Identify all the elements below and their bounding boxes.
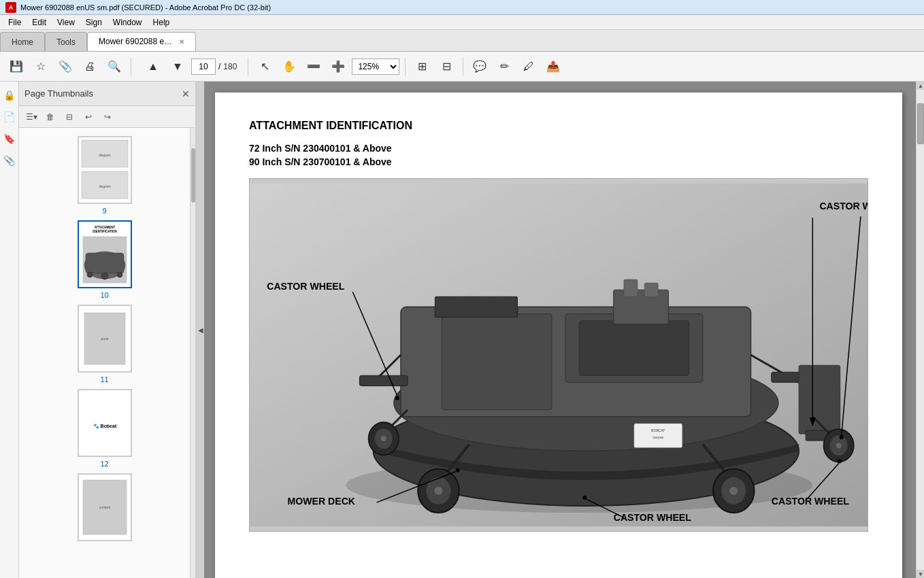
thumb-frame-11: parts [78, 305, 132, 373]
svg-rect-32 [644, 283, 658, 296]
share-button[interactable]: 📤 [542, 56, 564, 78]
mower-diagram-svg: BOBCAT 6902088 CASTOR WHEEL [250, 179, 868, 531]
sidebar-icon-bookmarks[interactable]: 🔖 [1, 131, 18, 147]
page-number-input[interactable] [191, 58, 216, 75]
toolbar-separator-2 [248, 57, 248, 76]
svg-text:IDENTIFICATION: IDENTIFICATION [93, 230, 117, 233]
svg-text:ATTACHMENT: ATTACHMENT [94, 226, 115, 229]
thumbnails-close-button[interactable]: ✕ [182, 88, 190, 99]
attach-button[interactable]: 📎 [54, 56, 76, 78]
zoom-select[interactable]: 50% 75% 100% 125% 150% 200% [352, 58, 399, 75]
thumb-label-10: 10 [100, 291, 108, 299]
thumb-menu-button[interactable]: ☰▾ [23, 109, 39, 125]
thumb-undo-button[interactable]: ↩ [80, 109, 97, 125]
panel-collapse-button[interactable]: ◀ [196, 82, 204, 578]
svg-point-74 [838, 459, 842, 463]
tab-bar: Home Tools Mower 6902088 e… ✕ [0, 30, 924, 52]
tab-close-button[interactable]: ✕ [179, 38, 184, 46]
svg-point-13 [101, 273, 108, 279]
tab-home[interactable]: Home [0, 32, 45, 51]
window-title: Mower 6902088 enUS sm.pdf (SECURED) - Ad… [20, 3, 271, 12]
print-button[interactable]: 🖨 [79, 56, 101, 78]
svg-text:CASTOR WHEEL: CASTOR WHEEL [267, 281, 345, 292]
thumbnail-page-10[interactable]: ATTACHMENT IDENTIFICATION [19, 218, 190, 302]
svg-text:content: content [99, 505, 110, 509]
menu-file[interactable]: File [3, 16, 27, 29]
toolbar-separator-3 [405, 57, 406, 76]
tab-home-label: Home [12, 37, 33, 47]
markup-button[interactable]: 🖊 [518, 56, 540, 78]
next-page-button[interactable]: ▼ [167, 56, 188, 78]
main-layout: 🔒 📄 🔖 📎 Page Thumbnails ✕ ☰▾ 🗑 ⊟ ↩ ↪ [0, 82, 924, 578]
svg-text:diagram: diagram [98, 153, 110, 157]
diagram-container: BOBCAT 6902088 CASTOR WHEEL [249, 178, 868, 532]
page-heading: ATTACHMENT IDENTIFICATION [249, 120, 868, 132]
page-total: 180 [223, 62, 237, 71]
svg-rect-29 [579, 321, 689, 376]
comment-button[interactable]: 💬 [469, 56, 491, 78]
scroll-up-arrow[interactable]: ▲ [917, 82, 924, 90]
thumbnail-page-11[interactable]: parts 11 [19, 302, 190, 386]
highlight-button[interactable]: ✏ [493, 56, 515, 78]
sidebar-icons: 🔒 📄 🔖 📎 [0, 82, 19, 578]
page-line-1: 72 Inch S/N 230400101 & Above [249, 143, 868, 154]
svg-rect-33 [435, 296, 517, 317]
thumbnail-page-12[interactable]: 🐾 Bobcat 12 [19, 386, 190, 471]
scroll-thumb-handle [917, 103, 924, 144]
sidebar-icon-attachments[interactable]: 📎 [1, 152, 18, 169]
thumbnails-scroll-thumb [191, 148, 195, 203]
app-icon: A [5, 2, 16, 13]
thumb-delete-button[interactable]: 🗑 [42, 109, 59, 125]
tools-button-2[interactable]: ⊟ [435, 56, 457, 78]
zoom-in-button[interactable]: ➕ [327, 56, 349, 78]
thumbnails-scrollbar[interactable] [190, 128, 195, 578]
tab-tools[interactable]: Tools [45, 32, 87, 51]
svg-point-68 [456, 468, 460, 472]
thumb-content-9: diagram diagram [79, 137, 131, 203]
thumb-label-9: 9 [102, 207, 106, 215]
page-separator: / [218, 62, 220, 71]
title-bar: A Mower 6902088 enUS sm.pdf (SECURED) - … [0, 0, 924, 15]
fit-page-button[interactable]: ⊞ [411, 56, 433, 78]
menu-edit[interactable]: Edit [27, 16, 52, 29]
thumb-content-13: content [79, 475, 131, 540]
save-button[interactable]: 💾 [5, 56, 27, 78]
thumbnail-page-13[interactable]: content [19, 471, 190, 544]
tab-document-label: Mower 6902088 e… [99, 37, 172, 46]
search-button[interactable]: 🔍 [103, 56, 125, 78]
menu-sign[interactable]: Sign [80, 16, 108, 29]
toolbar: 💾 ☆ 📎 🖨 🔍 ▲ ▼ / 180 ↖ ✋ ➖ ➕ 50% 75% 100%… [0, 52, 924, 82]
zoom-out-button[interactable]: ➖ [303, 56, 325, 78]
thumb-label-12: 12 [100, 460, 108, 468]
bookmark-button[interactable]: ☆ [30, 56, 52, 78]
hand-tool-button[interactable]: ✋ [278, 56, 300, 78]
menu-help[interactable]: Help [148, 16, 176, 29]
thumb-content-11: parts [79, 306, 131, 371]
svg-text:CASTOR WHEEL: CASTOR WHEEL [819, 201, 868, 211]
svg-rect-27 [442, 313, 551, 409]
thumbnail-page-9[interactable]: diagram diagram 9 [19, 133, 190, 218]
thumb-content-10: ATTACHMENT IDENTIFICATION [79, 222, 131, 287]
svg-text:parts: parts [101, 337, 109, 341]
svg-point-71 [582, 496, 587, 500]
sidebar-icon-thumbnails[interactable]: 📄 [1, 109, 18, 125]
thumb-frame-9: diagram diagram [78, 136, 132, 204]
svg-rect-30 [614, 290, 669, 324]
right-scrollbar[interactable]: ▲ ▼ [916, 82, 924, 578]
menu-window[interactable]: Window [108, 16, 148, 29]
svg-point-65 [395, 396, 399, 401]
thumbnails-toolbar: ☰▾ 🗑 ⊟ ↩ ↪ [19, 106, 195, 128]
scroll-thumb[interactable] [917, 90, 924, 570]
sidebar-icon-lock[interactable]: 🔒 [1, 87, 18, 103]
svg-point-47 [729, 487, 738, 495]
thumbnails-scroll[interactable]: diagram diagram 9 ATTACHMENT [19, 128, 190, 578]
prev-page-button[interactable]: ▲ [142, 56, 164, 78]
thumb-reduce-button[interactable]: ⊟ [61, 109, 78, 125]
cursor-tool-button[interactable]: ↖ [254, 56, 276, 78]
tab-document[interactable]: Mower 6902088 e… ✕ [87, 32, 196, 51]
scroll-down-arrow[interactable]: ▼ [917, 570, 924, 578]
menu-view[interactable]: View [52, 16, 80, 29]
pdf-content[interactable]: ATTACHMENT IDENTIFICATION 72 Inch S/N 23… [204, 82, 916, 578]
svg-point-11 [87, 272, 93, 277]
thumb-redo-button[interactable]: ↪ [99, 109, 116, 125]
